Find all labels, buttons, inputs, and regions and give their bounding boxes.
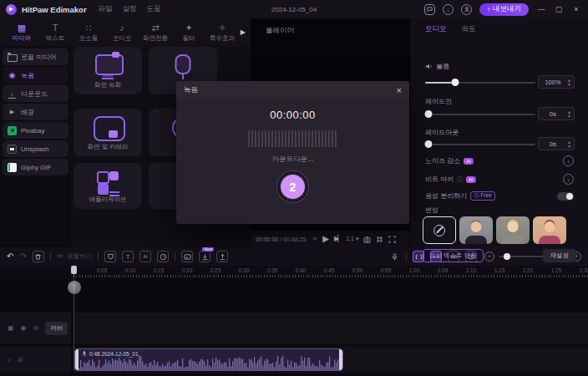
maximize-button[interactable]: ▢ (554, 5, 564, 13)
voice-change-option[interactable] (533, 216, 566, 244)
volume-value-box[interactable]: 100% ▲▼ (538, 75, 575, 89)
reset-button[interactable]: 재설정 (543, 249, 577, 262)
project-date-label: 2024-12-05_04 (271, 6, 317, 13)
noise-reduction-download-icon[interactable]: ↓ (563, 155, 574, 166)
asset-tab[interactable]: ▦ 미디어 (5, 18, 38, 46)
ruler-time-label: 1:15 (485, 267, 514, 273)
ruler-time-label: 0:10 (116, 267, 144, 273)
minimize-button[interactable]: — (536, 5, 546, 13)
ruler-time-label: 1:25 (542, 267, 570, 273)
sidebar-item[interactable]: 다운로드 (3, 85, 68, 102)
clip-trim-handle-left[interactable] (75, 349, 79, 370)
properties-tab[interactable]: 속도 (462, 24, 476, 38)
sidebar-item[interactable]: Giphy GIF (3, 159, 68, 175)
asset-tab[interactable]: ✦ 필터 (172, 18, 205, 46)
menu-item[interactable]: 설정 (123, 4, 137, 14)
voice-separation-toggle[interactable] (557, 192, 574, 201)
subtitle-icon[interactable] (181, 251, 193, 262)
ruler-time-label: 1:20 (514, 267, 542, 273)
account-icon[interactable] (461, 4, 472, 15)
snapshot-icon[interactable] (363, 236, 371, 243)
text-tool-icon[interactable]: T (122, 251, 134, 262)
sidebar-item[interactable]: 배경 (3, 104, 68, 120)
speed-icon[interactable] (157, 251, 169, 262)
recording-dialog: 녹음 × 00:00:00 카운트다운... 2 (176, 81, 409, 224)
delete-icon[interactable] (33, 251, 44, 262)
cover-button[interactable]: 커버 (45, 322, 68, 335)
speech-to-text-button[interactable]: 음성 텍스트 변환 (423, 249, 484, 262)
volume-step-up-icon[interactable]: ▲ (567, 79, 571, 82)
video-track: ▣ ◉ ⊘ 커버 (0, 312, 588, 344)
aspect-ratio-dropdown[interactable]: 1:1 ▾ (346, 236, 358, 242)
media-card[interactable]: 화면 녹화 (74, 47, 142, 94)
redo-icon[interactable]: ↷ (19, 252, 26, 261)
video-track-header: ▣ ◉ ⊘ 커버 (0, 312, 71, 344)
video-track-lane[interactable] (74, 312, 588, 344)
import-icon[interactable]: New (199, 251, 210, 262)
safe-area-icon[interactable] (376, 236, 383, 243)
mute-track-icon[interactable]: ⊘ (33, 325, 39, 332)
play-icon[interactable]: ▶ (322, 235, 329, 243)
record-voiceover-icon[interactable] (388, 251, 400, 262)
tabbar-expand-icon[interactable]: ▶ (241, 28, 246, 36)
media-card-label: 화면 및 카메라 (74, 143, 142, 151)
total-time: 00:48:25 (283, 236, 306, 242)
asset-tab[interactable]: ⇄ 화면전환 (139, 18, 172, 46)
media-card-label: 애플리케이션 (74, 196, 142, 204)
asset-tab-label: 텍스트 (46, 34, 65, 43)
media-card[interactable]: 애플리케이션 (74, 163, 142, 209)
feedback-icon[interactable] (424, 4, 435, 15)
menu-bar: 파일설정도움 (99, 4, 161, 14)
voice-change-option[interactable] (496, 216, 530, 244)
app-logo-icon (6, 4, 17, 15)
close-button[interactable]: × (571, 5, 581, 13)
prev-frame-icon[interactable]: ◄ (311, 236, 317, 242)
volume-slider[interactable] (425, 79, 535, 87)
volume-step-down-icon[interactable]: ▼ (567, 83, 571, 86)
audio-clip[interactable]: 0:48 2024-12-05_01 (74, 348, 343, 371)
ruler-time-label: 0:15 (144, 267, 173, 273)
voice-change-option[interactable] (423, 216, 456, 244)
media-card[interactable]: 화면 및 카메라 (74, 109, 142, 156)
dialog-close-icon[interactable]: × (397, 85, 402, 95)
ai-subtitle-icon[interactable]: AI (139, 251, 151, 262)
download-icon[interactable]: ↓ (443, 4, 454, 15)
asset-tab[interactable]: T 텍스트 (38, 18, 72, 46)
lock-track-icon[interactable]: ▣ (8, 325, 14, 332)
fade-in-value-box[interactable]: 0s ▲▼ (538, 107, 575, 120)
asset-tab[interactable]: ✧ 특수효과 (205, 18, 239, 46)
timeline-ruler[interactable]: 0:050:100:150:200:250:300:350:400:450:50… (0, 266, 588, 278)
clip-trim-handle-right[interactable] (339, 349, 342, 370)
hide-track-icon[interactable]: ◉ (21, 325, 27, 332)
beat-marker-download-icon[interactable]: ↓ (563, 174, 574, 185)
audio-track-lane[interactable]: 0:48 2024-12-05_01 (74, 347, 588, 373)
export-button[interactable]: ↑ 내보내기 (479, 3, 529, 16)
asset-tab-icon: ✦ (185, 23, 192, 33)
fade-out-slider[interactable] (425, 140, 535, 149)
next-frame-icon[interactable]: ▶▏ (334, 236, 341, 242)
timeline-sticker-avatar[interactable] (68, 281, 81, 294)
menu-item[interactable]: 파일 (99, 4, 113, 14)
asset-tab[interactable]: ♪ 오디오 (105, 18, 139, 46)
menu-item[interactable]: 도움 (147, 4, 161, 14)
fade-out-value-box[interactable]: 0s ▲▼ (538, 137, 575, 150)
audio-mute-icon[interactable]: ⊘ (18, 357, 23, 363)
sidebar-item[interactable]: 로컬 미디어 (3, 48, 68, 65)
playhead[interactable] (74, 266, 74, 370)
mask-icon[interactable] (104, 251, 116, 262)
sidebar-item[interactable]: 녹음 (3, 67, 68, 84)
ruler-time-label: 1:30 (570, 267, 588, 273)
fade-in-slider[interactable] (425, 110, 535, 119)
voice-change-option[interactable] (459, 216, 493, 244)
properties-tab[interactable]: 오디오 (425, 24, 447, 38)
fullscreen-icon[interactable] (388, 236, 396, 243)
asset-tab[interactable]: ∷ 요소들 (72, 18, 105, 46)
undo-icon[interactable]: ↶ (7, 252, 13, 261)
countdown-circle: 2 (277, 171, 308, 202)
split-icon[interactable]: ✂ (57, 252, 63, 261)
sidebar-item[interactable]: Pixabay (3, 122, 68, 139)
sidebar-item[interactable]: Unsplash (3, 140, 68, 157)
asset-tab-label: 오디오 (113, 34, 132, 43)
volume-value: 100% (539, 79, 567, 86)
export-clip-icon[interactable] (216, 251, 228, 262)
